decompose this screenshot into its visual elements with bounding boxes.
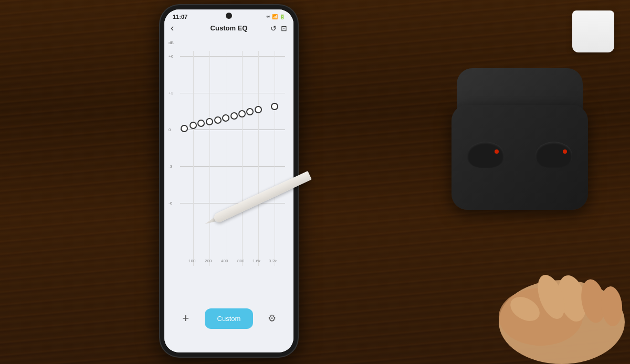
case-body <box>452 105 588 210</box>
label-minus6: -6 <box>169 201 172 206</box>
freq-label-1600: 1.6k <box>253 259 260 263</box>
earbuds-case <box>452 52 598 210</box>
freq-label-200: 200 <box>205 259 212 263</box>
freq-label-400: 400 <box>221 259 228 263</box>
freq-line-100 <box>193 51 194 266</box>
white-cup <box>572 10 614 52</box>
earbud-right-indicator <box>563 149 567 154</box>
freq-line-200 <box>209 51 210 266</box>
label-zero: 0 <box>169 127 171 132</box>
earbud-left <box>467 142 504 168</box>
status-time: 11:07 <box>173 14 187 20</box>
settings-button[interactable]: ⚙ <box>264 310 280 327</box>
earbud-right <box>536 142 572 168</box>
eq-dot-8[interactable] <box>238 110 246 117</box>
eq-dot-11[interactable] <box>271 103 278 110</box>
db-label: dB <box>169 40 174 45</box>
grid-line-minus3 <box>180 166 285 167</box>
status-icons: ✳ 📶 🔋 <box>266 14 285 19</box>
freq-label-3200: 3.2k <box>269 259 277 263</box>
earbud-left-indicator <box>495 149 499 154</box>
bottom-bar: + Custom ⚙ <box>164 295 293 352</box>
eq-dot-10[interactable] <box>255 106 262 113</box>
eq-dot-5[interactable] <box>214 116 222 124</box>
eq-dot-7[interactable] <box>230 112 238 120</box>
freq-line-800 <box>242 51 243 266</box>
grid-line-plus3 <box>180 93 285 93</box>
label-minus3: -3 <box>169 164 172 169</box>
freq-label-800: 800 <box>237 259 244 263</box>
eq-dot-2[interactable] <box>190 122 197 129</box>
undo-button[interactable]: ↺ <box>270 24 277 33</box>
hand <box>446 217 630 364</box>
phone-body: 11:07 ✳ 📶 🔋 ‹ Custom EQ ↺ ⊡ <box>160 5 298 357</box>
custom-button[interactable]: Custom <box>205 308 254 329</box>
status-bar: 11:07 ✳ 📶 🔋 <box>164 9 293 22</box>
back-button[interactable]: ‹ <box>171 23 174 34</box>
bluetooth-icon: ✳ <box>266 14 270 19</box>
camera-notch <box>226 13 232 19</box>
freq-label-100: 100 <box>188 259 195 263</box>
eq-dot-4[interactable] <box>206 118 213 125</box>
freq-line-3200 <box>275 51 275 266</box>
header-title: Custom EQ <box>211 24 248 32</box>
app-header: ‹ Custom EQ ↺ ⊡ <box>164 22 293 35</box>
label-plus3: +3 <box>169 91 173 95</box>
freq-line-1600 <box>258 51 259 266</box>
header-actions: ↺ ⊡ <box>270 24 287 33</box>
signal-icon: 📶 <box>272 14 278 19</box>
grid-line-plus6 <box>180 56 285 57</box>
eq-dot-1[interactable] <box>181 125 188 132</box>
grid-line-zero <box>180 130 285 130</box>
eq-dot-9[interactable] <box>246 108 254 115</box>
eq-dot-3[interactable] <box>197 120 205 127</box>
freq-line-400 <box>226 51 226 266</box>
share-button[interactable]: ⊡ <box>281 24 287 33</box>
battery-icon: 🔋 <box>279 14 285 19</box>
add-button[interactable]: + <box>177 310 194 327</box>
eq-dot-6[interactable] <box>222 114 229 122</box>
label-plus6: +6 <box>169 54 173 59</box>
eq-chart[interactable]: dB +6 +3 0 -3 -6 <box>164 35 293 292</box>
phone-screen: 11:07 ✳ 📶 🔋 ‹ Custom EQ ↺ ⊡ <box>164 9 293 352</box>
